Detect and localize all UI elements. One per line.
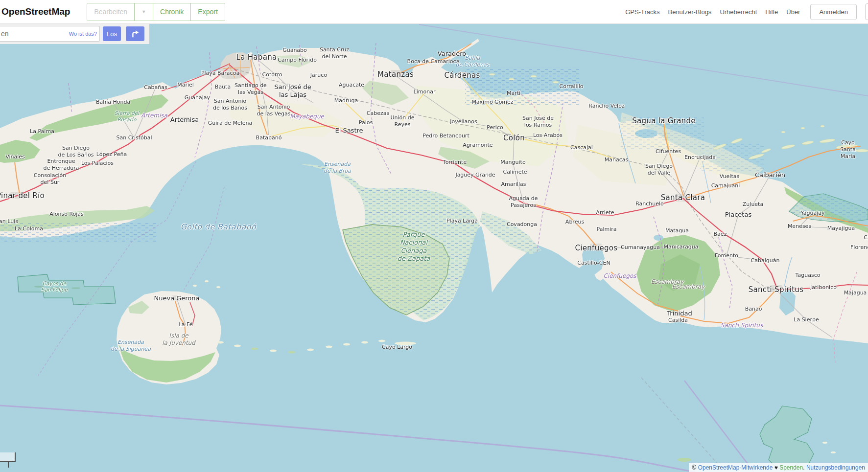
- scale-control: [0, 452, 16, 468]
- bay-channel: [590, 272, 594, 282]
- signup-button-cutoff[interactable]: [865, 3, 868, 20]
- history-button[interactable]: Chronik: [153, 3, 190, 21]
- lake: [654, 235, 663, 241]
- cay: [34, 286, 44, 288]
- copyright-symbol: ©: [692, 464, 698, 471]
- heart-icon: ♥: [773, 464, 779, 471]
- header: OpenStreetMap Bearbeiten ▼ Chronik Expor…: [0, 0, 868, 24]
- cay: [71, 287, 80, 289]
- marsh-hatch: [0, 223, 157, 243]
- attribution-bar: © OpenStreetMap-Mitwirkende ♥ Spenden. N…: [689, 463, 868, 472]
- donate-link[interactable]: Spenden: [779, 464, 803, 471]
- login-button[interactable]: Anmelden: [810, 4, 857, 20]
- edit-button[interactable]: Bearbeiten: [87, 3, 134, 21]
- nav-gps-tracks[interactable]: GPS-Tracks: [625, 8, 659, 16]
- edit-button-group: Bearbeiten ▼ Chronik Export: [87, 3, 225, 21]
- edit-dropdown-caret-icon[interactable]: ▼: [134, 3, 153, 21]
- search-box: Wo ist das?: [0, 26, 100, 42]
- cay: [822, 442, 827, 444]
- directions-arrow-icon: [130, 28, 141, 39]
- site-logo[interactable]: OpenStreetMap: [1, 6, 70, 17]
- nav-benutzer-blogs[interactable]: Benutzer-Blogs: [668, 8, 711, 16]
- openstreetmap-page: { "header": { "logo": "OpenStreetMap", "…: [0, 0, 868, 472]
- terms-link[interactable]: Nutzungsbedingungen: [806, 464, 865, 471]
- scale-bar-mi: [0, 462, 9, 468]
- scale-bar-km: [0, 452, 16, 462]
- go-button[interactable]: Los: [103, 26, 121, 41]
- cay: [831, 451, 836, 453]
- nav-urheberrecht[interactable]: Urheberrecht: [720, 8, 757, 16]
- search-panel: Wo ist das? Los: [0, 23, 149, 44]
- where-is-this-link[interactable]: Wo ist das?: [69, 31, 97, 37]
- header-nav: GPS-Tracks Benutzer-Blogs Urheberrecht H…: [625, 3, 868, 20]
- osm-contributors-link[interactable]: OpenStreetMap-Mitwirkende: [698, 464, 773, 471]
- directions-button[interactable]: [126, 26, 144, 41]
- nav-ueber[interactable]: Über: [786, 8, 800, 16]
- map-canvas[interactable]: [0, 0, 868, 472]
- separator: .: [803, 464, 806, 471]
- export-button[interactable]: Export: [190, 3, 224, 21]
- nav-hilfe[interactable]: Hilfe: [765, 8, 778, 16]
- cay: [50, 287, 62, 289]
- cay: [678, 458, 691, 462]
- search-input[interactable]: [0, 30, 60, 38]
